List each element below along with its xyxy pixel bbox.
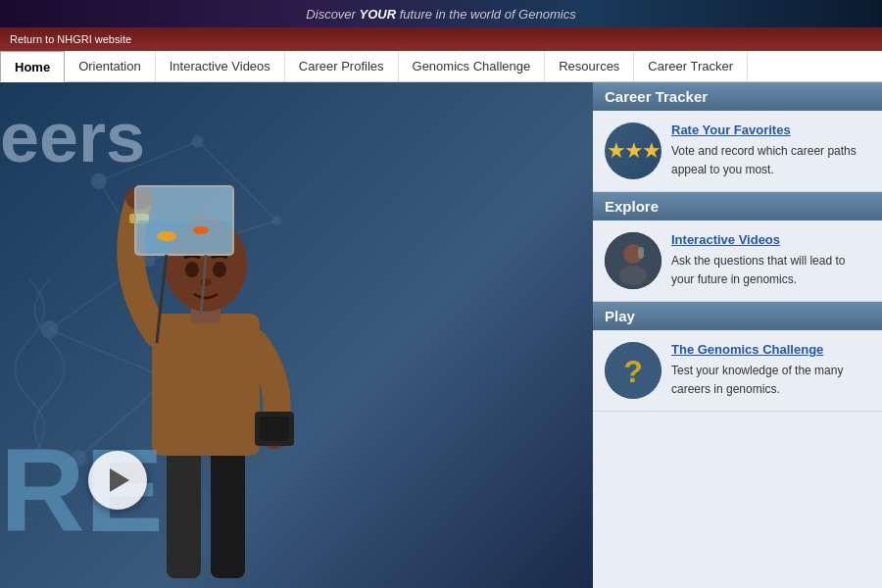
svg-point-19 bbox=[185, 262, 199, 277]
play-header: Play bbox=[593, 302, 882, 330]
svg-rect-15 bbox=[211, 441, 245, 578]
hero-area: eers bbox=[0, 82, 593, 588]
rate-favorites-card: ★★★ Rate Your Favorites Vote and record … bbox=[593, 111, 882, 192]
svg-rect-34 bbox=[638, 247, 644, 259]
genomics-challenge-content: The Genomics Challenge Test your knowled… bbox=[671, 342, 870, 398]
nav-item-career-profiles[interactable]: Career Profiles bbox=[285, 51, 399, 81]
svg-point-20 bbox=[213, 262, 226, 277]
person-figure bbox=[59, 127, 353, 588]
return-link[interactable]: Return to NHGRI website bbox=[10, 33, 131, 45]
rate-favorites-content: Rate Your Favorites Vote and record whic… bbox=[671, 122, 870, 178]
career-tracker-header: Career Tracker bbox=[593, 82, 882, 111]
navigation: Home Orientation Interactive Videos Care… bbox=[0, 51, 882, 82]
svg-point-28 bbox=[193, 226, 209, 234]
nav-item-orientation[interactable]: Orientation bbox=[65, 51, 156, 81]
nav-item-genomics-challenge[interactable]: Genomics Challenge bbox=[399, 51, 546, 81]
rate-favorites-link[interactable]: Rate Your Favorites bbox=[671, 122, 870, 137]
video-thumbnail-icon bbox=[605, 232, 662, 289]
question-mark-icon: ? bbox=[605, 342, 662, 399]
top-banner: Discover YOUR future in the world of Gen… bbox=[0, 0, 882, 27]
return-bar: Return to NHGRI website bbox=[0, 27, 882, 51]
genomics-challenge-card: ? The Genomics Challenge Test your knowl… bbox=[593, 330, 882, 412]
svg-rect-30 bbox=[260, 416, 289, 441]
nav-item-resources[interactable]: Resources bbox=[545, 51, 634, 81]
genomics-challenge-link[interactable]: The Genomics Challenge bbox=[671, 342, 870, 357]
play-button[interactable] bbox=[88, 451, 147, 510]
nav-item-interactive-videos[interactable]: Interactive Videos bbox=[156, 51, 285, 81]
main-content: eers bbox=[0, 82, 882, 588]
nav-item-career-tracker[interactable]: Career Tracker bbox=[634, 51, 748, 81]
stars-icon: ★★★ bbox=[605, 122, 662, 179]
right-sidebar: Career Tracker ★★★ Rate Your Favorites V… bbox=[593, 82, 882, 588]
rate-favorites-desc: Vote and record which career paths appea… bbox=[671, 144, 857, 176]
genomics-challenge-desc: Test your knowledge of the many careers … bbox=[671, 364, 843, 396]
interactive-videos-link[interactable]: Interactive Videos bbox=[671, 232, 870, 247]
interactive-videos-content: Interactive Videos Ask the questions tha… bbox=[671, 232, 870, 288]
svg-point-21 bbox=[200, 278, 212, 286]
interactive-videos-card: Interactive Videos Ask the questions tha… bbox=[593, 220, 882, 302]
explore-header: Explore bbox=[593, 192, 882, 220]
svg-rect-14 bbox=[167, 441, 201, 578]
svg-text:?: ? bbox=[623, 354, 643, 389]
interactive-videos-desc: Ask the questions that will lead to your… bbox=[671, 254, 845, 286]
banner-text: Discover YOUR future in the world of Gen… bbox=[306, 7, 575, 22]
svg-point-27 bbox=[157, 231, 176, 241]
svg-point-33 bbox=[619, 266, 647, 285]
nav-item-home[interactable]: Home bbox=[0, 51, 65, 82]
svg-rect-26 bbox=[137, 220, 231, 253]
